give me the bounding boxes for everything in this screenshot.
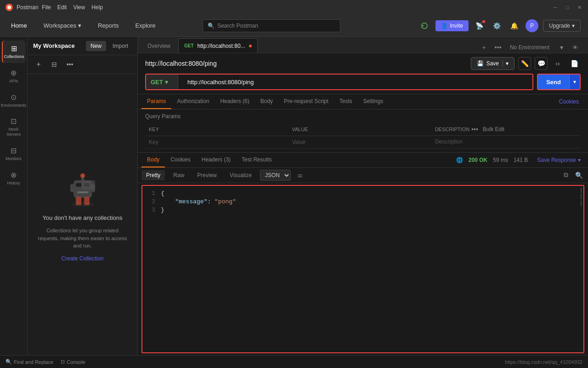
new-button[interactable]: New: [86, 41, 106, 51]
resp-tab-cookies[interactable]: Cookies: [165, 153, 196, 167]
scroll-tick-3: [581, 201, 582, 206]
bottom-statusbar: 🔍 Find and Replace ⊡ Console https://blo…: [0, 355, 588, 368]
req-tab-params[interactable]: Params: [141, 94, 171, 109]
find-replace-item[interactable]: 🔍 Find and Replace: [6, 359, 53, 365]
sidebar-item-monitors[interactable]: ⊟ Monitors: [2, 143, 26, 165]
code-line-3: 3 }: [142, 206, 583, 214]
find-replace-label: Find and Replace: [14, 359, 53, 365]
nav-reports[interactable]: Reports: [94, 20, 123, 31]
add-collection-btn[interactable]: +: [32, 58, 45, 71]
format-tab-pretty[interactable]: Pretty: [141, 170, 165, 180]
tab-overview[interactable]: Overview: [141, 38, 178, 53]
nav-home[interactable]: Home: [7, 20, 31, 31]
cookies-link[interactable]: Cookies: [554, 95, 584, 109]
no-environment-btn[interactable]: No Environment: [506, 42, 553, 53]
req-tab-headers[interactable]: Headers (6): [215, 94, 254, 109]
code-icon-btn[interactable]: ‹›: [551, 57, 564, 70]
environment-chevron-btn[interactable]: ▾: [556, 42, 567, 53]
format-type-select[interactable]: JSON XML HTML Text: [260, 170, 291, 181]
resp-tab-headers[interactable]: Headers (3): [196, 153, 236, 167]
response-area: Body Cookies Headers (3) Test Results 🌐 …: [138, 152, 588, 356]
format-tab-visualize[interactable]: Visualize: [225, 170, 256, 180]
filter-btn[interactable]: ⊟: [48, 58, 61, 71]
add-tab-button[interactable]: +: [479, 42, 490, 53]
notification-badge: [482, 20, 485, 23]
line-number-2: 2: [148, 198, 155, 206]
format-tab-raw[interactable]: Raw: [169, 170, 189, 180]
key-input[interactable]: [149, 139, 284, 145]
url-bar[interactable]: GET ▾: [145, 74, 533, 90]
menu-view[interactable]: View: [73, 4, 85, 11]
menu-help[interactable]: Help: [91, 4, 103, 11]
svg-point-0: [7, 6, 11, 9]
workspaces-chevron-icon: ▾: [78, 22, 81, 29]
copy-response-button[interactable]: ⧉: [560, 170, 571, 181]
search-response-button[interactable]: 🔍: [573, 170, 584, 181]
format-icon-btn[interactable]: ⚌: [294, 170, 305, 181]
user-avatar[interactable]: P: [526, 19, 538, 32]
broadcast-icon-btn[interactable]: 📡: [473, 19, 486, 32]
menu-bar[interactable]: File Edit View Help: [42, 4, 103, 11]
svg-rect-10: [76, 197, 81, 205]
sidebar-item-collections[interactable]: ⊞ Collections: [2, 40, 26, 63]
edit-icon-btn[interactable]: ✏️: [518, 57, 531, 70]
save-button[interactable]: 💾 Save ▾: [471, 57, 514, 70]
upgrade-button[interactable]: Upgrade ▾: [543, 20, 581, 32]
value-input[interactable]: [292, 139, 427, 145]
create-collection-link[interactable]: Create Collection: [61, 255, 103, 262]
import-button[interactable]: Import: [109, 41, 132, 51]
req-tab-body[interactable]: Body: [255, 94, 278, 109]
save-response-button[interactable]: Save Response ▾: [533, 155, 584, 165]
menu-edit[interactable]: Edit: [57, 4, 67, 11]
sidebar-item-history[interactable]: ⊗ History: [2, 167, 26, 190]
bulk-edit-button[interactable]: Bulk Edit: [480, 125, 507, 133]
description-input[interactable]: [435, 138, 577, 145]
resp-tab-body[interactable]: Body: [141, 153, 165, 167]
tab-overflow-button[interactable]: •••: [492, 42, 503, 53]
nav-explore[interactable]: Explore: [132, 20, 159, 31]
req-tab-pre-request[interactable]: Pre-request Script: [278, 94, 334, 109]
environment-eye-btn[interactable]: 👁: [570, 42, 581, 53]
code-content-3: }: [161, 207, 164, 214]
send-dropdown-button[interactable]: ▾: [569, 75, 580, 89]
more-options-btn[interactable]: •••: [63, 58, 76, 71]
sidebar-item-mock-servers[interactable]: ⊡ Mock Servers: [2, 113, 26, 141]
desc-column-header: DESCRIPTION ••• Bulk Edit: [431, 123, 581, 136]
code-line-2: 2 "message": "pong": [142, 198, 583, 206]
titlebar: Postman File Edit View Help ─ □ ✕: [0, 0, 588, 15]
invite-icon: 👤: [441, 23, 448, 29]
menu-file[interactable]: File: [42, 4, 51, 11]
sidebar-item-apis[interactable]: ⊕ APIs: [2, 65, 26, 87]
console-item[interactable]: ⊡ Console: [61, 359, 85, 365]
send-button[interactable]: Send: [538, 75, 569, 89]
method-dropdown[interactable]: GET ▾: [146, 75, 178, 89]
comment-icon-btn[interactable]: 💬: [535, 57, 548, 70]
minimize-button[interactable]: ─: [552, 4, 559, 11]
bell-icon-btn[interactable]: 🔔: [508, 19, 521, 32]
resp-tab-test-results[interactable]: Test Results: [236, 153, 277, 167]
invite-button[interactable]: 👤 Invite: [435, 20, 469, 31]
url-input[interactable]: [182, 75, 532, 89]
top-navbar: Home Workspaces ▾ Reports Explore 🔍 Sear…: [0, 15, 588, 37]
settings-icon-btn[interactable]: ⚙️: [491, 19, 503, 32]
req-tab-settings[interactable]: Settings: [358, 94, 389, 109]
format-tab-preview[interactable]: Preview: [192, 170, 221, 180]
sync-icon-btn[interactable]: [418, 19, 431, 32]
search-bar[interactable]: 🔍 Search Postman: [203, 19, 340, 32]
history-icon: ⊗: [11, 171, 17, 179]
close-button[interactable]: ✕: [576, 4, 582, 11]
column-more-btn[interactable]: •••: [471, 126, 478, 133]
line-number-1: 1: [148, 190, 155, 197]
save-dropdown-icon[interactable]: ▾: [503, 60, 509, 67]
environments-icon: ⊙: [11, 93, 17, 102]
nav-workspaces[interactable]: Workspaces ▾: [40, 20, 85, 31]
save-response-chevron-icon: ▾: [578, 157, 581, 163]
docs-icon-btn[interactable]: 📄: [568, 57, 581, 70]
tabbar-actions: + ••• No Environment ▾ 👁: [475, 42, 584, 53]
maximize-button[interactable]: □: [564, 4, 571, 11]
req-tab-tests[interactable]: Tests: [334, 94, 358, 109]
req-tab-authorization[interactable]: Authorization: [171, 94, 215, 109]
response-scrollbar[interactable]: [580, 186, 582, 353]
sidebar-item-environments[interactable]: ⊙ Environments: [2, 89, 26, 112]
tab-active-request[interactable]: GET http://localhost:80...: [178, 38, 258, 53]
